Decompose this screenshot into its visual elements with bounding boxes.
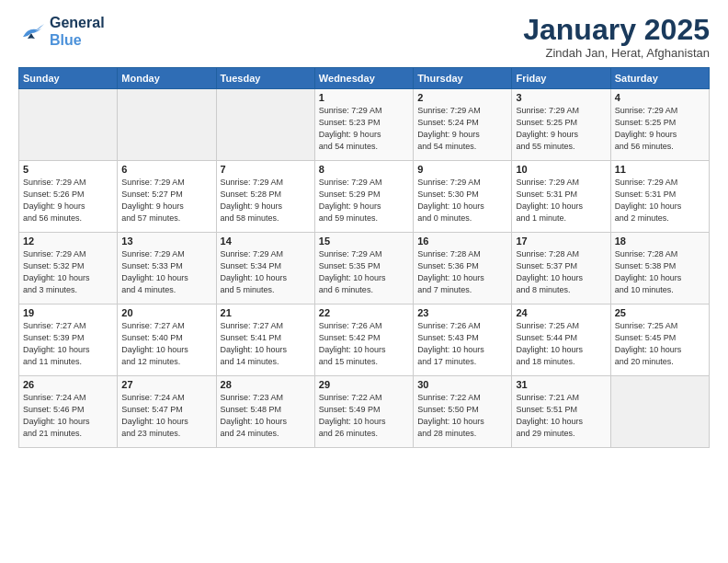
day-cell	[610, 376, 709, 448]
day-cell: 14Sunrise: 7:29 AMSunset: 5:34 PMDayligh…	[216, 233, 314, 304]
day-info: Sunrise: 7:24 AMSunset: 5:46 PMDaylight:…	[23, 392, 113, 440]
day-info: Sunrise: 7:28 AMSunset: 5:38 PMDaylight:…	[615, 248, 705, 296]
day-cell: 27Sunrise: 7:24 AMSunset: 5:47 PMDayligh…	[118, 376, 216, 448]
day-info: Sunrise: 7:29 AMSunset: 5:24 PMDaylight:…	[417, 105, 507, 153]
week-row-4: 19Sunrise: 7:27 AMSunset: 5:39 PMDayligh…	[19, 304, 710, 376]
day-cell: 8Sunrise: 7:29 AMSunset: 5:29 PMDaylight…	[314, 161, 413, 233]
day-number: 24	[516, 307, 606, 318]
day-info: Sunrise: 7:29 AMSunset: 5:23 PMDaylight:…	[319, 105, 409, 153]
day-number: 13	[121, 236, 211, 247]
day-number: 28	[221, 379, 311, 390]
day-info: Sunrise: 7:22 AMSunset: 5:49 PMDaylight:…	[319, 392, 409, 440]
day-info: Sunrise: 7:26 AMSunset: 5:43 PMDaylight:…	[417, 320, 507, 368]
day-info: Sunrise: 7:22 AMSunset: 5:50 PMDaylight:…	[417, 392, 507, 440]
week-row-3: 12Sunrise: 7:29 AMSunset: 5:32 PMDayligh…	[19, 233, 710, 304]
day-number: 10	[516, 164, 606, 175]
day-cell: 10Sunrise: 7:29 AMSunset: 5:31 PMDayligh…	[512, 161, 610, 233]
day-number: 18	[615, 236, 705, 247]
day-cell: 12Sunrise: 7:29 AMSunset: 5:32 PMDayligh…	[19, 233, 118, 304]
day-number: 31	[516, 379, 606, 390]
day-info: Sunrise: 7:24 AMSunset: 5:47 PMDaylight:…	[121, 392, 211, 440]
day-info: Sunrise: 7:27 AMSunset: 5:40 PMDaylight:…	[121, 320, 211, 368]
day-number: 21	[221, 307, 311, 318]
day-cell: 13Sunrise: 7:29 AMSunset: 5:33 PMDayligh…	[118, 233, 216, 304]
header: General Blue January 2025 Zindah Jan, He…	[18, 14, 710, 60]
day-cell: 7Sunrise: 7:29 AMSunset: 5:28 PMDaylight…	[216, 161, 314, 233]
day-cell: 31Sunrise: 7:21 AMSunset: 5:51 PMDayligh…	[512, 376, 610, 448]
day-cell: 3Sunrise: 7:29 AMSunset: 5:25 PMDaylight…	[512, 89, 610, 161]
day-cell: 23Sunrise: 7:26 AMSunset: 5:43 PMDayligh…	[414, 304, 512, 376]
day-info: Sunrise: 7:29 AMSunset: 5:31 PMDaylight:…	[516, 177, 606, 224]
day-number: 26	[23, 379, 113, 390]
day-info: Sunrise: 7:27 AMSunset: 5:39 PMDaylight:…	[23, 320, 113, 368]
day-number: 3	[516, 92, 606, 103]
day-info: Sunrise: 7:29 AMSunset: 5:32 PMDaylight:…	[23, 248, 113, 296]
day-number: 17	[516, 236, 606, 247]
day-cell: 29Sunrise: 7:22 AMSunset: 5:49 PMDayligh…	[314, 376, 413, 448]
day-cell: 6Sunrise: 7:29 AMSunset: 5:27 PMDaylight…	[118, 161, 216, 233]
day-number: 8	[319, 164, 409, 175]
day-info: Sunrise: 7:29 AMSunset: 5:25 PMDaylight:…	[516, 105, 606, 153]
day-info: Sunrise: 7:28 AMSunset: 5:37 PMDaylight:…	[516, 248, 606, 296]
day-cell: 24Sunrise: 7:25 AMSunset: 5:44 PMDayligh…	[512, 304, 610, 376]
day-number: 20	[121, 307, 211, 318]
calendar-title: January 2025	[523, 14, 710, 46]
day-info: Sunrise: 7:29 AMSunset: 5:31 PMDaylight:…	[615, 177, 705, 224]
header-cell-wednesday: Wednesday	[314, 68, 413, 89]
day-cell: 9Sunrise: 7:29 AMSunset: 5:30 PMDaylight…	[414, 161, 512, 233]
day-number: 16	[417, 236, 507, 247]
day-number: 6	[121, 164, 211, 175]
header-row: SundayMondayTuesdayWednesdayThursdayFrid…	[19, 68, 710, 89]
day-cell: 21Sunrise: 7:27 AMSunset: 5:41 PMDayligh…	[216, 304, 314, 376]
day-number: 14	[221, 236, 311, 247]
day-info: Sunrise: 7:25 AMSunset: 5:44 PMDaylight:…	[516, 320, 606, 368]
day-cell: 16Sunrise: 7:28 AMSunset: 5:36 PMDayligh…	[414, 233, 512, 304]
calendar-page: General Blue January 2025 Zindah Jan, He…	[0, 0, 728, 563]
day-number: 27	[121, 379, 211, 390]
week-row-5: 26Sunrise: 7:24 AMSunset: 5:46 PMDayligh…	[19, 376, 710, 448]
day-cell: 11Sunrise: 7:29 AMSunset: 5:31 PMDayligh…	[610, 161, 709, 233]
day-number: 23	[417, 307, 507, 318]
calendar-body: 1Sunrise: 7:29 AMSunset: 5:23 PMDaylight…	[19, 89, 710, 448]
day-cell: 19Sunrise: 7:27 AMSunset: 5:39 PMDayligh…	[19, 304, 118, 376]
day-number: 29	[319, 379, 409, 390]
calendar-subtitle: Zindah Jan, Herat, Afghanistan	[523, 46, 710, 60]
day-cell	[118, 89, 216, 161]
week-row-1: 1Sunrise: 7:29 AMSunset: 5:23 PMDaylight…	[19, 89, 710, 161]
day-number: 5	[23, 164, 113, 175]
header-cell-sunday: Sunday	[19, 68, 118, 89]
day-cell: 26Sunrise: 7:24 AMSunset: 5:46 PMDayligh…	[19, 376, 118, 448]
day-number: 25	[615, 307, 705, 318]
logo: General Blue	[18, 14, 105, 49]
day-number: 15	[319, 236, 409, 247]
day-number: 30	[417, 379, 507, 390]
day-cell: 28Sunrise: 7:23 AMSunset: 5:48 PMDayligh…	[216, 376, 314, 448]
header-cell-friday: Friday	[512, 68, 610, 89]
day-cell: 25Sunrise: 7:25 AMSunset: 5:45 PMDayligh…	[610, 304, 709, 376]
day-info: Sunrise: 7:29 AMSunset: 5:26 PMDaylight:…	[23, 177, 113, 224]
day-info: Sunrise: 7:29 AMSunset: 5:33 PMDaylight:…	[121, 248, 211, 296]
day-info: Sunrise: 7:29 AMSunset: 5:35 PMDaylight:…	[319, 248, 409, 296]
week-row-2: 5Sunrise: 7:29 AMSunset: 5:26 PMDaylight…	[19, 161, 710, 233]
day-info: Sunrise: 7:29 AMSunset: 5:28 PMDaylight:…	[221, 177, 311, 224]
day-info: Sunrise: 7:26 AMSunset: 5:42 PMDaylight:…	[319, 320, 409, 368]
header-cell-monday: Monday	[118, 68, 216, 89]
day-cell	[19, 89, 118, 161]
calendar-table: SundayMondayTuesdayWednesdayThursdayFrid…	[18, 67, 710, 448]
day-info: Sunrise: 7:29 AMSunset: 5:29 PMDaylight:…	[319, 177, 409, 224]
day-cell: 1Sunrise: 7:29 AMSunset: 5:23 PMDaylight…	[314, 89, 413, 161]
day-number: 12	[23, 236, 113, 247]
day-number: 1	[319, 92, 409, 103]
day-info: Sunrise: 7:29 AMSunset: 5:34 PMDaylight:…	[221, 248, 311, 296]
day-cell: 15Sunrise: 7:29 AMSunset: 5:35 PMDayligh…	[314, 233, 413, 304]
day-cell	[216, 89, 314, 161]
day-cell: 2Sunrise: 7:29 AMSunset: 5:24 PMDaylight…	[414, 89, 512, 161]
header-cell-tuesday: Tuesday	[216, 68, 314, 89]
day-cell: 18Sunrise: 7:28 AMSunset: 5:38 PMDayligh…	[610, 233, 709, 304]
title-section: January 2025 Zindah Jan, Herat, Afghanis…	[523, 14, 710, 60]
day-info: Sunrise: 7:27 AMSunset: 5:41 PMDaylight:…	[221, 320, 311, 368]
day-info: Sunrise: 7:29 AMSunset: 5:27 PMDaylight:…	[121, 177, 211, 224]
day-info: Sunrise: 7:29 AMSunset: 5:25 PMDaylight:…	[615, 105, 705, 153]
day-info: Sunrise: 7:23 AMSunset: 5:48 PMDaylight:…	[221, 392, 311, 440]
day-info: Sunrise: 7:25 AMSunset: 5:45 PMDaylight:…	[615, 320, 705, 368]
